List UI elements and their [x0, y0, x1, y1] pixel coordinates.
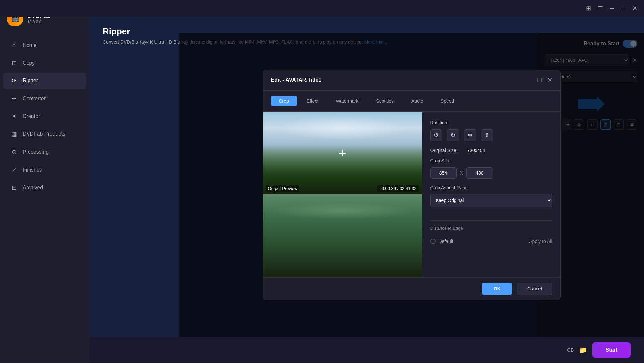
crop-aspect-section: Crop Aspect Ratio: Keep Original: [430, 185, 552, 214]
cancel-button[interactable]: Cancel: [517, 283, 552, 295]
preview-panel: Output Preview 00:00:39 / 02:41:32: [263, 112, 422, 277]
x-separator: X: [460, 170, 463, 176]
modal-tabs: Crop Effect Watermark Subtitles Audio Sp…: [263, 91, 560, 112]
sidebar-item-label: Creator: [23, 113, 40, 119]
rotate-cw-button[interactable]: ↻: [447, 129, 459, 141]
main-content: Ripper Convert DVD/Blu-ray/4K Ultra HD B…: [89, 17, 644, 363]
ripper-icon: ⟳: [10, 77, 18, 84]
bottom-bar: GB 📁 Start: [89, 337, 644, 363]
app-version: 13.0.0.0: [27, 20, 50, 24]
converter-icon: ↔: [10, 95, 18, 102]
tab-subtitles[interactable]: Subtitles: [368, 96, 402, 106]
sidebar-item-copy[interactable]: ⊡ Copy: [3, 55, 86, 71]
folder-icon[interactable]: 📁: [579, 346, 587, 354]
close-icon[interactable]: ✕: [632, 5, 637, 12]
sidebar-item-label: Copy: [23, 60, 35, 66]
modal-close-button[interactable]: ✕: [547, 77, 552, 84]
titlebar-controls: ⊞ ☰ ─ ☐ ✕: [586, 5, 637, 12]
default-left: Default: [430, 239, 453, 244]
home-icon: ⌂: [10, 42, 18, 49]
default-radio[interactable]: [430, 239, 436, 244]
edit-modal: Edit - AVATAR.Title1 ☐ ✕ Crop Effect Wat…: [263, 70, 561, 300]
maximize-icon[interactable]: ☐: [620, 5, 626, 12]
minimize-icon[interactable]: ─: [610, 5, 614, 12]
rotation-section: Rotation: ↺ ↻ ⇔ ⇕: [430, 120, 552, 141]
modal-overlay: Edit - AVATAR.Title1 ☐ ✕ Crop Effect Wat…: [179, 33, 644, 337]
distance-label: Distance to Edge: [430, 226, 552, 231]
sidebar-item-ripper[interactable]: ⟳ Ripper: [3, 73, 86, 89]
sidebar-item-creator[interactable]: ✦ Creator: [3, 108, 86, 125]
products-icon: ▦: [10, 130, 18, 138]
modal-header-controls: ☐ ✕: [537, 77, 552, 84]
flip-vertical-button[interactable]: ⇕: [481, 129, 493, 141]
gb-info: GB: [567, 347, 574, 353]
aspect-ratio-select[interactable]: Keep Original: [430, 194, 552, 207]
tab-speed[interactable]: Speed: [433, 96, 462, 106]
preview-timestamp: 00:00:39 / 02:41:32: [377, 185, 418, 192]
crop-aspect-label: Crop Aspect Ratio:: [430, 185, 552, 190]
sidebar-item-label: Home: [23, 42, 37, 48]
sidebar-item-finished[interactable]: ✓ Finished: [3, 162, 86, 178]
sidebar-item-label: Finished: [23, 167, 42, 173]
sidebar-item-label: Processing: [23, 149, 49, 155]
rotate-ccw-button[interactable]: ↺: [430, 129, 442, 141]
preview-top-image: [263, 112, 422, 194]
start-button[interactable]: Start: [592, 342, 631, 358]
sidebar-item-label: DVDFab Products: [23, 131, 65, 137]
processing-icon: ⊙: [10, 148, 18, 156]
preview-bottom: [263, 194, 422, 277]
sidebar-item-label: Ripper: [23, 78, 38, 84]
crosshair-top: [339, 150, 346, 156]
tab-audio[interactable]: Audio: [403, 96, 431, 106]
preview-bottom-image: [263, 194, 422, 277]
rotation-controls: ↺ ↻ ⇔ ⇕: [430, 129, 552, 141]
modal-body: Output Preview 00:00:39 / 02:41:32 Rotat…: [263, 112, 560, 277]
finished-icon: ✓: [10, 166, 18, 174]
ok-button[interactable]: OK: [482, 283, 512, 295]
modal-title: Edit - AVATAR.Title1: [271, 77, 322, 83]
crop-size-section: Crop Size: X: [430, 158, 552, 179]
copy-icon: ⊡: [10, 59, 18, 67]
title-bar: ⊞ ☰ ─ ☐ ✕: [0, 0, 644, 17]
original-size-row: Original Size: 720x404: [430, 148, 552, 153]
original-size-label: Original Size:: [430, 148, 463, 153]
original-size-value: 720x404: [467, 148, 485, 153]
tab-crop[interactable]: Crop: [271, 96, 297, 106]
sidebar-item-converter[interactable]: ↔ Converter: [3, 90, 86, 107]
default-label: Default: [439, 239, 453, 244]
modal-header: Edit - AVATAR.Title1 ☐ ✕: [263, 70, 560, 91]
sidebar-item-archived[interactable]: ⊟ Archived: [3, 180, 86, 196]
rotation-label: Rotation:: [430, 120, 552, 125]
sidebar-item-label: Converter: [23, 96, 46, 102]
flip-horizontal-button[interactable]: ⇔: [464, 129, 476, 141]
menu-icon[interactable]: ☰: [598, 5, 603, 12]
modal-footer: OK Cancel: [263, 277, 560, 300]
archived-icon: ⊟: [10, 184, 18, 191]
preview-top: Output Preview 00:00:39 / 02:41:32: [263, 112, 422, 194]
default-row: Default Apply to All: [430, 235, 552, 244]
output-preview-label: Output Preview: [266, 185, 300, 192]
crop-width-input[interactable]: [430, 167, 457, 179]
sidebar-item-home[interactable]: ⌂ Home: [3, 37, 86, 53]
sidebar-item-dvdfab-products[interactable]: ▦ DVDFab Products: [3, 126, 86, 142]
settings-panel: Rotation: ↺ ↻ ⇔ ⇕ Original Size: 720x404: [422, 112, 560, 277]
divider: [430, 220, 552, 221]
crop-size-row: X: [430, 167, 552, 179]
creator-icon: ✦: [10, 113, 18, 120]
sidebar-item-label: Archived: [23, 185, 43, 191]
sidebar: 🎬 DVDFab 13.0.0.0 ⌂ Home ⊡ Copy ⟳ Ripper…: [0, 0, 89, 363]
tab-watermark[interactable]: Watermark: [328, 96, 366, 106]
modal-maximize-button[interactable]: ☐: [537, 77, 542, 84]
apply-all-button[interactable]: Apply to All: [529, 239, 552, 244]
notification-icon[interactable]: ⊞: [586, 5, 591, 12]
crop-size-label: Crop Size:: [430, 158, 552, 163]
sidebar-item-processing[interactable]: ⊙ Processing: [3, 144, 86, 160]
tab-effect[interactable]: Effect: [299, 96, 326, 106]
crop-height-input[interactable]: [466, 167, 493, 179]
